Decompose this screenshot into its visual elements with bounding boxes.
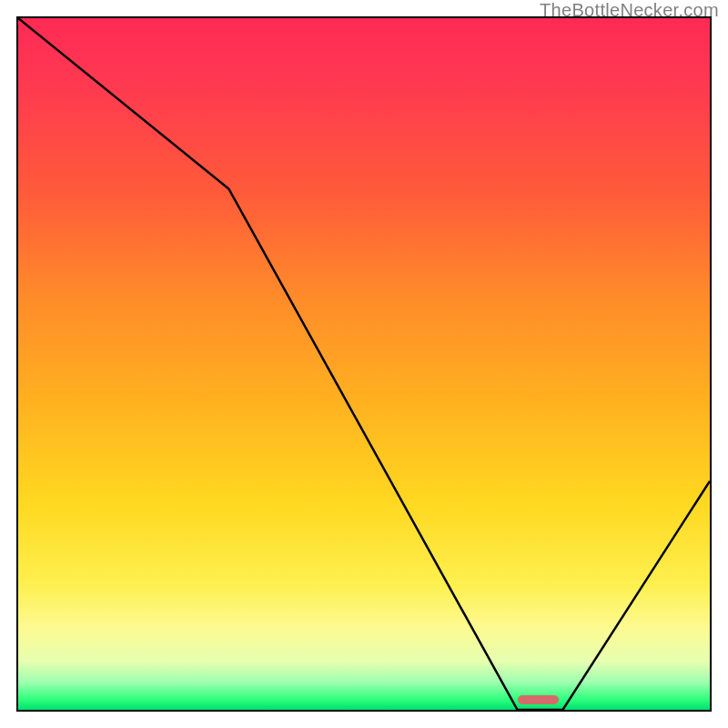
chart-stage: TheBottleNecker.com	[0, 0, 728, 728]
bottleneck-curve	[18, 18, 710, 710]
plot-area	[16, 16, 712, 712]
optimal-marker	[518, 695, 560, 704]
